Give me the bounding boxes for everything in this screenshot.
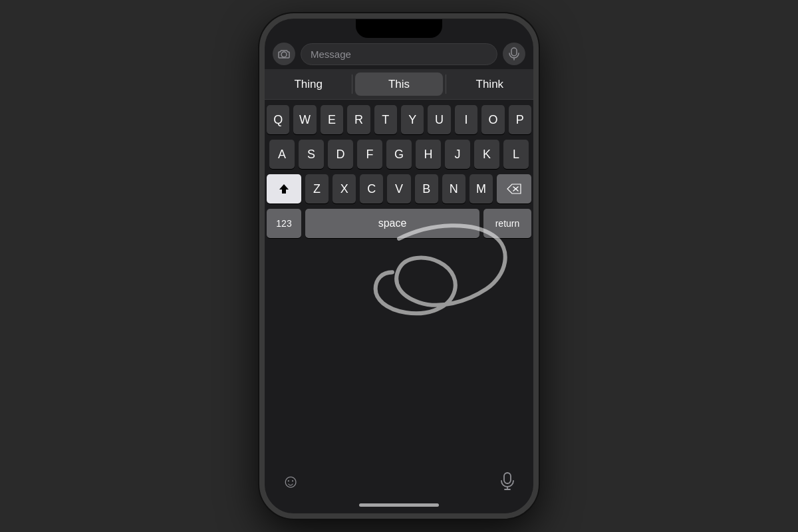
emoji-icon: ☺ bbox=[281, 471, 301, 492]
svg-rect-1 bbox=[511, 48, 517, 56]
emoji-button[interactable]: ☺ bbox=[278, 469, 303, 494]
key-g[interactable]: G bbox=[386, 140, 412, 169]
keyboard-area: Thing This Think Q W E R T bbox=[265, 69, 533, 513]
dictation-button[interactable] bbox=[495, 469, 520, 494]
message-mic-button[interactable] bbox=[503, 43, 525, 65]
key-space[interactable]: space bbox=[305, 209, 479, 238]
key-delete[interactable] bbox=[497, 174, 531, 203]
key-q[interactable]: Q bbox=[267, 105, 289, 134]
key-m[interactable]: M bbox=[469, 174, 493, 203]
keyboard: Q W E R T Y U I O P A S D F G bbox=[265, 100, 533, 465]
key-l[interactable]: L bbox=[503, 140, 529, 169]
svg-point-0 bbox=[281, 52, 287, 57]
key-numbers[interactable]: 123 bbox=[267, 209, 301, 238]
key-row-3: Z X C V B N M bbox=[267, 174, 531, 203]
phone-frame: Message Thing This bbox=[259, 13, 539, 519]
key-y[interactable]: Y bbox=[401, 105, 424, 134]
svg-rect-5 bbox=[504, 473, 511, 483]
home-indicator bbox=[359, 503, 439, 507]
key-c[interactable]: C bbox=[360, 174, 383, 203]
mic-icon bbox=[500, 472, 515, 491]
key-u[interactable]: U bbox=[428, 105, 450, 134]
message-placeholder: Message bbox=[311, 49, 351, 60]
key-a[interactable]: A bbox=[269, 140, 295, 169]
key-w[interactable]: W bbox=[293, 105, 316, 134]
key-t[interactable]: T bbox=[374, 105, 397, 134]
key-d[interactable]: D bbox=[328, 140, 353, 169]
key-h[interactable]: H bbox=[416, 140, 441, 169]
key-e[interactable]: E bbox=[321, 105, 343, 134]
notch bbox=[356, 19, 442, 38]
camera-icon[interactable] bbox=[273, 43, 295, 65]
keyboard-bottom-bar: ☺ bbox=[265, 465, 533, 499]
predictive-bar: Thing This Think bbox=[265, 69, 533, 100]
pred-divider-1 bbox=[352, 74, 352, 94]
top-bar bbox=[265, 19, 533, 39]
predictive-think[interactable]: Think bbox=[446, 69, 533, 99]
key-x[interactable]: X bbox=[332, 174, 356, 203]
key-row-2: A S D F G H J K L bbox=[267, 140, 531, 169]
key-shift[interactable] bbox=[267, 174, 301, 203]
predictive-thing[interactable]: Thing bbox=[265, 69, 352, 99]
key-j[interactable]: J bbox=[445, 140, 470, 169]
key-f[interactable]: F bbox=[357, 140, 382, 169]
key-o[interactable]: O bbox=[481, 105, 504, 134]
home-indicator-area bbox=[265, 499, 533, 513]
key-n[interactable]: N bbox=[442, 174, 466, 203]
key-return[interactable]: return bbox=[483, 209, 531, 238]
key-i[interactable]: I bbox=[455, 105, 477, 134]
key-v[interactable]: V bbox=[387, 174, 410, 203]
key-b[interactable]: B bbox=[415, 174, 438, 203]
predictive-this[interactable]: This bbox=[355, 72, 442, 96]
message-bar: Message bbox=[265, 39, 533, 69]
key-r[interactable]: R bbox=[347, 105, 370, 134]
key-row-4: 123 space return bbox=[267, 209, 531, 238]
key-z[interactable]: Z bbox=[305, 174, 329, 203]
key-s[interactable]: S bbox=[299, 140, 324, 169]
key-k[interactable]: K bbox=[474, 140, 499, 169]
message-input[interactable]: Message bbox=[301, 43, 497, 65]
key-p[interactable]: P bbox=[509, 105, 531, 134]
key-row-1: Q W E R T Y U I O P bbox=[267, 105, 531, 134]
screen: Message Thing This bbox=[265, 19, 533, 513]
